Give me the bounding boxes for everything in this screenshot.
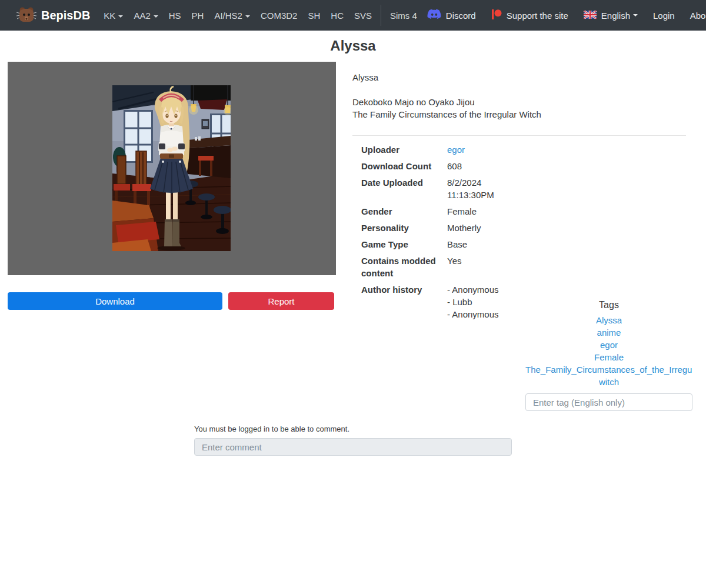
comment-input xyxy=(194,438,512,456)
nav-item-sh[interactable]: SH xyxy=(302,7,325,24)
nav-item-aa2[interactable]: AA2 xyxy=(128,7,163,24)
report-button[interactable]: Report xyxy=(228,292,334,310)
row-value: egor xyxy=(447,143,686,156)
table-row: Download Count 608 xyxy=(352,158,686,174)
row-value: Yes xyxy=(447,255,686,279)
row-value: Motherly xyxy=(447,222,686,234)
nav-item-hc[interactable]: HC xyxy=(325,7,349,24)
row-label: Personality xyxy=(361,222,447,234)
character-card-panel xyxy=(8,62,336,275)
patreon-icon xyxy=(491,9,502,21)
table-row: Date Uploaded 8/2/2024 11:13:30PM xyxy=(352,174,686,203)
chevron-down-icon xyxy=(633,14,638,16)
details-table: Uploader egor Download Count 608 Date Up… xyxy=(352,141,686,322)
nav-menu: KK AA2 HS PH AI/HS2 COM3D2 SH HC SVS Sim… xyxy=(98,5,422,26)
tag-link-egor[interactable]: egor xyxy=(600,339,618,351)
nav-item-sims4[interactable]: Sims 4 xyxy=(385,7,422,24)
row-label: Game Type xyxy=(361,238,447,250)
character-image[interactable] xyxy=(112,85,231,251)
row-value: 8/2/2024 11:13:30PM xyxy=(447,176,686,201)
navbar-right: Discord Support the site En xyxy=(422,5,706,25)
navbar: BepisDB KK AA2 HS PH AI/HS2 COM3D2 SH HC… xyxy=(0,0,706,31)
row-label: Download Count xyxy=(361,160,447,172)
character-description: Dekoboko Majo no Oyako Jijou The Family … xyxy=(352,96,686,121)
discord-label: Discord xyxy=(446,11,476,21)
row-label: Date Uploaded xyxy=(361,176,447,201)
chevron-down-icon xyxy=(245,15,250,18)
nav-item-hs[interactable]: HS xyxy=(164,7,187,24)
row-label: Contains modded content xyxy=(361,255,447,279)
row-label: Gender xyxy=(361,205,447,218)
chevron-down-icon xyxy=(154,15,158,18)
login-link[interactable]: Login xyxy=(648,7,680,24)
nav-item-svs[interactable]: SVS xyxy=(349,7,377,24)
uk-flag-icon xyxy=(584,11,597,21)
uploader-link[interactable]: egor xyxy=(447,145,465,155)
language-selector[interactable]: English xyxy=(579,7,642,24)
character-info: Alyssa Dekoboko Majo no Oyako Jijou The … xyxy=(352,71,686,322)
row-value: Base xyxy=(447,238,686,250)
comments-section: You must be logged in to be able to comm… xyxy=(194,425,512,456)
description-line-2: The Family Circumstances of the Irregula… xyxy=(352,108,686,121)
description-line-1: Dekoboko Majo no Oyako Jijou xyxy=(352,96,686,108)
nav-separator xyxy=(381,5,381,26)
page-title: Alyssa xyxy=(0,38,706,54)
row-value: 608 xyxy=(447,160,686,172)
divider xyxy=(352,135,686,136)
table-row: Contains modded content Yes xyxy=(352,252,686,281)
tag-link-female[interactable]: Female xyxy=(594,351,624,363)
row-label: Uploader xyxy=(361,143,447,156)
table-row: Uploader egor xyxy=(352,141,686,158)
table-row: Gender Female xyxy=(352,203,686,219)
nav-item-kk[interactable]: KK xyxy=(98,7,128,24)
discord-link[interactable]: Discord xyxy=(422,5,481,25)
row-value: Female xyxy=(447,205,686,218)
login-required-notice: You must be logged in to be able to comm… xyxy=(194,425,512,433)
tag-link-witch[interactable]: witch xyxy=(599,376,619,388)
chevron-down-icon xyxy=(118,15,123,18)
table-row: Game Type Base xyxy=(352,236,686,252)
table-row: Personality Motherly xyxy=(352,219,686,236)
tag-link-series[interactable]: The_Family_Circumstances_of_the_Irregula… xyxy=(525,363,692,376)
nav-item-com3d2[interactable]: COM3D2 xyxy=(255,7,303,24)
nav-item-aihs2[interactable]: AI/HS2 xyxy=(209,7,255,24)
tag-link-alyssa[interactable]: Alyssa xyxy=(596,314,622,326)
support-link[interactable]: Support the site xyxy=(487,6,573,25)
hamster-logo-icon xyxy=(16,6,36,25)
row-label: Author history xyxy=(361,283,447,320)
support-label: Support the site xyxy=(507,11,568,21)
language-label: English xyxy=(601,11,630,21)
character-name: Alyssa xyxy=(352,71,686,83)
nav-item-ph[interactable]: PH xyxy=(187,7,209,24)
tags-section: Tags Alyssa anime egor Female The_Family… xyxy=(525,299,692,411)
tags-heading: Tags xyxy=(599,299,619,311)
tag-input[interactable] xyxy=(525,393,692,411)
about-link[interactable]: About xyxy=(685,7,706,24)
discord-icon xyxy=(427,9,441,22)
brand-link[interactable]: BepisDB xyxy=(16,6,90,25)
tag-link-anime[interactable]: anime xyxy=(597,326,621,339)
brand-title: BepisDB xyxy=(41,9,90,22)
download-button[interactable]: Download xyxy=(8,292,222,310)
